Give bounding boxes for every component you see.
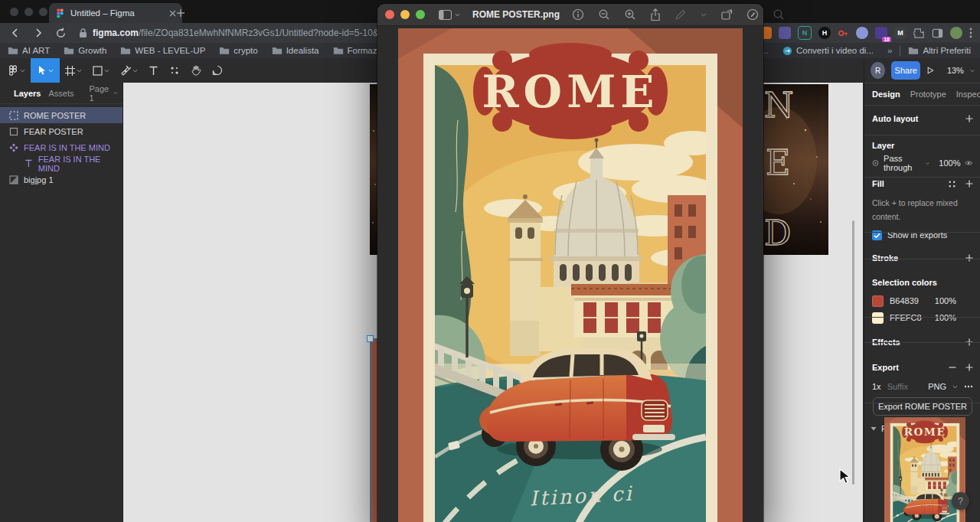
- window-minimize-icon[interactable]: [24, 8, 33, 16]
- add-export-icon[interactable]: [965, 364, 973, 371]
- address-bar[interactable]: figma.com/file/ZOqa831eMwhNfNMRz3vGs1/Un…: [93, 28, 399, 38]
- resources-tool[interactable]: [164, 58, 185, 83]
- layer-row-fear-poster[interactable]: FEAR POSTER: [0, 123, 122, 139]
- moon-extension-icon[interactable]: [856, 27, 868, 39]
- export-suffix-field[interactable]: Suffix: [887, 382, 908, 391]
- bookmark-web-level-up[interactable]: WEB - LEVEL-UP: [120, 46, 205, 55]
- browser-tab[interactable]: Untitled – Figma: [49, 3, 182, 23]
- tab-design[interactable]: Design: [872, 90, 900, 99]
- comment-tool[interactable]: [207, 58, 228, 83]
- forward-icon[interactable]: [32, 27, 44, 39]
- m-extension-icon[interactable]: M: [894, 27, 906, 39]
- add-fill-icon[interactable]: [965, 180, 973, 188]
- key-extension-icon[interactable]: [838, 28, 849, 39]
- export-format[interactable]: PNG: [928, 382, 946, 391]
- layer-row-fear-text[interactable]: FEAR IS IN THE MIND: [0, 155, 122, 171]
- color-hex-cream[interactable]: FFEFC8: [890, 313, 922, 322]
- bookmark-idealista[interactable]: Idealista: [272, 46, 319, 55]
- zoom-in-icon[interactable]: [624, 8, 636, 21]
- chevron-down-icon[interactable]: [926, 161, 929, 165]
- selection-handle[interactable]: [367, 335, 374, 342]
- close-icon[interactable]: [385, 10, 394, 19]
- disclosure-triangle-icon[interactable]: [871, 426, 877, 431]
- bookmark-ai-art[interactable]: AI ART: [8, 46, 50, 55]
- color-opacity-cream[interactable]: 100%: [935, 313, 956, 322]
- maximize-icon[interactable]: [416, 10, 425, 19]
- help-button[interactable]: ?: [952, 492, 969, 510]
- sidebar-toggle-icon[interactable]: [439, 10, 452, 20]
- move-tool[interactable]: [31, 58, 60, 83]
- reload-icon[interactable]: [55, 28, 67, 39]
- search-icon[interactable]: [773, 8, 785, 21]
- styles-icon[interactable]: [948, 180, 956, 188]
- zoom-level[interactable]: 13%: [947, 66, 964, 75]
- present-icon[interactable]: [926, 66, 934, 75]
- extensions-puzzle-icon[interactable]: [913, 28, 925, 39]
- tab-assets[interactable]: Assets: [48, 89, 74, 98]
- rotate-icon[interactable]: [720, 8, 733, 21]
- bookmarks-overflow-chevron[interactable]: »: [887, 46, 892, 55]
- h-extension-icon[interactable]: H: [818, 27, 831, 39]
- tab-layers[interactable]: Layers: [14, 89, 41, 98]
- layer-row-fear-component[interactable]: FEAR IS IN THE MIND: [0, 139, 122, 155]
- info-icon[interactable]: [572, 8, 584, 21]
- new-tab-icon[interactable]: [176, 8, 185, 18]
- export-options-icon[interactable]: [964, 385, 973, 388]
- profile-avatar[interactable]: [950, 27, 962, 39]
- color-hex-red[interactable]: B64839: [890, 296, 919, 305]
- bookmark-converti-video[interactable]: Converti i video di...: [782, 46, 874, 56]
- tab-inspect[interactable]: Inspect: [956, 90, 980, 99]
- back-icon[interactable]: [9, 27, 21, 39]
- zoom-out-icon[interactable]: [598, 8, 610, 21]
- chevron-down-icon[interactable]: [970, 69, 975, 73]
- shape-tool[interactable]: [87, 58, 115, 83]
- minimize-icon[interactable]: [400, 10, 410, 19]
- preview-titlebar[interactable]: ROME POSTER.png: [377, 4, 763, 26]
- eye-icon[interactable]: [965, 159, 973, 167]
- bookmark-growth[interactable]: Growth: [64, 46, 106, 55]
- fear-letter-e: E: [766, 143, 790, 182]
- share-button[interactable]: Share: [891, 61, 920, 80]
- hand-tool[interactable]: [185, 58, 207, 83]
- color-swatch-red[interactable]: [872, 295, 884, 307]
- text-tool[interactable]: [143, 58, 164, 83]
- rome-poster-image[interactable]: [398, 28, 743, 522]
- user-avatar[interactable]: R: [871, 62, 885, 79]
- bookmark-crypto[interactable]: crypto: [219, 46, 257, 55]
- export-scale[interactable]: 1x: [872, 382, 881, 391]
- blend-mode-icon[interactable]: [872, 158, 879, 168]
- other-bookmarks-folder[interactable]: Altri Preferiti: [908, 46, 971, 55]
- chevron-down-icon[interactable]: [455, 13, 460, 17]
- chevron-down-icon[interactable]: [952, 385, 958, 389]
- export-rome-poster-button[interactable]: Export ROME POSTER: [873, 397, 972, 416]
- browser-menu-icon[interactable]: [969, 28, 972, 38]
- layer-row-rome-poster[interactable]: ROME POSTER: [0, 107, 122, 123]
- tower-extension-icon[interactable]: 18: [875, 27, 887, 39]
- chevron-down-icon[interactable]: [701, 13, 707, 17]
- purple-extension-icon[interactable]: [779, 27, 791, 39]
- markup-pen-icon[interactable]: [675, 8, 687, 21]
- window-close-icon[interactable]: [10, 8, 18, 16]
- layer-row-bigjpg[interactable]: bigjpg 1: [0, 171, 122, 188]
- frame-tool[interactable]: [60, 58, 87, 83]
- figma-main-menu[interactable]: [0, 58, 31, 83]
- remove-export-icon[interactable]: [949, 364, 956, 371]
- layer-opacity-value[interactable]: 100%: [939, 158, 960, 168]
- tab-prototype[interactable]: Prototype: [910, 90, 946, 99]
- page-selector[interactable]: Page 1: [90, 84, 118, 103]
- tab-close-icon[interactable]: [169, 10, 176, 17]
- pen-tool[interactable]: [115, 58, 143, 83]
- color-swatch-cream[interactable]: [872, 312, 884, 324]
- side-panel-icon[interactable]: [932, 28, 943, 39]
- share-icon[interactable]: [650, 8, 661, 21]
- n-extension-icon[interactable]: N: [798, 26, 812, 40]
- layers-panel-header: Layers Assets Page 1: [0, 83, 122, 104]
- add-auto-layout-icon[interactable]: [965, 115, 973, 122]
- fear-poster-canvas-fragment[interactable]: N E D: [763, 84, 828, 255]
- canvas-scrollbar[interactable]: [852, 220, 854, 484]
- add-stroke-icon[interactable]: [965, 254, 973, 262]
- markup-toolbar-icon[interactable]: [746, 8, 759, 21]
- window-zoom-icon[interactable]: [39, 8, 47, 16]
- blend-mode-value[interactable]: Pass through: [884, 154, 921, 172]
- color-opacity-red[interactable]: 100%: [935, 296, 956, 305]
